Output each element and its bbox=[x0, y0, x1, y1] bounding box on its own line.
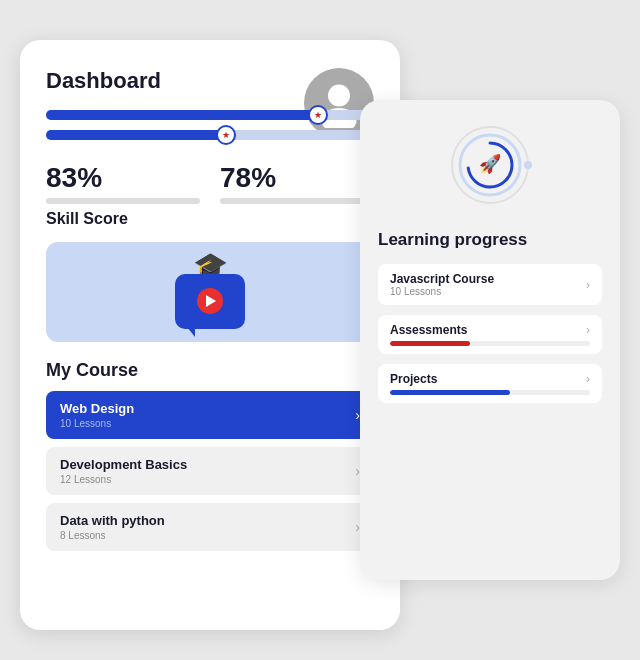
progress-ring-svg: 🚀 bbox=[445, 120, 535, 210]
learning-item[interactable]: Projects › bbox=[378, 364, 602, 403]
learning-item-header: Assessments › bbox=[390, 323, 590, 337]
chevron-right-icon: › bbox=[586, 323, 590, 337]
learning-item-name-1: Assessments bbox=[390, 323, 467, 337]
chevron-right-icon: › bbox=[586, 278, 590, 292]
progress-mini-fill-2 bbox=[390, 390, 510, 395]
course-item[interactable]: Web Design 10 Lessons › bbox=[46, 391, 374, 439]
percent-label-row bbox=[46, 198, 374, 204]
learning-list: Javascript Course 10 Lessons › Assessmen… bbox=[378, 264, 602, 403]
svg-text:🚀: 🚀 bbox=[479, 153, 502, 175]
progress-col-1: ★ ★ bbox=[46, 110, 374, 150]
course-lessons-2: 8 Lessons bbox=[60, 530, 165, 541]
percent-value-2: 78% bbox=[220, 162, 276, 193]
course-name-1: Development Basics bbox=[60, 457, 187, 472]
play-button[interactable] bbox=[197, 288, 223, 314]
learning-item[interactable]: Javascript Course 10 Lessons › bbox=[378, 264, 602, 305]
learning-item-info: Projects bbox=[390, 372, 437, 386]
star-icon-1: ★ bbox=[314, 110, 322, 120]
course-banner: 🎓 bbox=[46, 242, 374, 342]
chevron-right-icon: › bbox=[586, 372, 590, 386]
percent-block-1: 83% bbox=[46, 162, 200, 194]
progress-fill-1 bbox=[46, 110, 318, 120]
course-name-2: Data with python bbox=[60, 513, 165, 528]
right-card: 🚀 Learning progress Javascript Course 10… bbox=[360, 100, 620, 580]
play-triangle-icon bbox=[206, 295, 216, 307]
learning-item-name-2: Projects bbox=[390, 372, 437, 386]
progress-bar-1: ★ bbox=[46, 110, 374, 120]
svg-point-0 bbox=[328, 85, 350, 107]
learning-progress-title: Learning progress bbox=[378, 230, 602, 250]
progress-section: ★ ★ bbox=[46, 110, 374, 150]
learning-item-lessons-0: 10 Lessons bbox=[390, 286, 494, 297]
progress-mini-1 bbox=[390, 341, 590, 346]
progress-star-1: ★ bbox=[308, 105, 328, 125]
percent-row: 83% 78% bbox=[46, 162, 374, 194]
main-card: Dashboard ★ ★ 83% bbox=[20, 40, 400, 630]
percent-sub-2 bbox=[220, 198, 374, 204]
learning-item-info: Assessments bbox=[390, 323, 467, 337]
course-name-0: Web Design bbox=[60, 401, 134, 416]
progress-bar-2: ★ bbox=[46, 130, 374, 140]
progress-mini-fill-1 bbox=[390, 341, 470, 346]
learning-item-header: Projects › bbox=[390, 372, 590, 386]
progress-star-2: ★ bbox=[216, 125, 236, 145]
percent-sub-1 bbox=[46, 198, 200, 204]
learning-item-header: Javascript Course 10 Lessons › bbox=[390, 272, 590, 297]
course-lessons-0: 10 Lessons bbox=[60, 418, 134, 429]
star-icon-2: ★ bbox=[222, 130, 230, 140]
my-course-title: My Course bbox=[46, 360, 374, 381]
skill-score-label: Skill Score bbox=[46, 210, 374, 228]
course-item[interactable]: Development Basics 12 Lessons › bbox=[46, 447, 374, 495]
progress-mini-2 bbox=[390, 390, 590, 395]
svg-point-5 bbox=[524, 161, 532, 169]
percent-block-2: 78% bbox=[220, 162, 374, 194]
learning-item[interactable]: Assessments › bbox=[378, 315, 602, 354]
course-item[interactable]: Data with python 8 Lessons › bbox=[46, 503, 374, 551]
rocket-progress-circle: 🚀 bbox=[445, 120, 535, 210]
course-item-left: Development Basics 12 Lessons bbox=[60, 457, 187, 485]
learning-item-name-0: Javascript Course bbox=[390, 272, 494, 286]
progress-fill-2 bbox=[46, 130, 226, 140]
speech-bubble bbox=[175, 274, 245, 329]
course-list: Web Design 10 Lessons › Development Basi… bbox=[46, 391, 374, 551]
course-lessons-1: 12 Lessons bbox=[60, 474, 187, 485]
rocket-circle-wrap: 🚀 bbox=[378, 120, 602, 210]
scene: Dashboard ★ ★ 83% bbox=[20, 20, 620, 640]
percent-value-1: 83% bbox=[46, 162, 102, 193]
course-item-left: Data with python 8 Lessons bbox=[60, 513, 165, 541]
learning-item-info: Javascript Course 10 Lessons bbox=[390, 272, 494, 297]
course-item-left: Web Design 10 Lessons bbox=[60, 401, 134, 429]
